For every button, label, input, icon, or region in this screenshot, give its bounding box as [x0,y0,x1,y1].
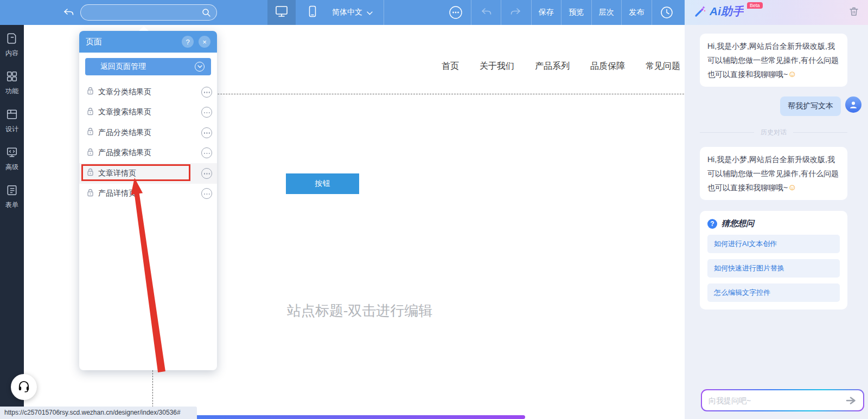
nav-item-faq[interactable]: 常见问题 [646,61,680,72]
search-icon[interactable] [202,8,211,20]
send-icon[interactable] [846,396,857,405]
sidebar-item-design[interactable]: 设计 [5,108,18,134]
bot-message-text: Hi,我是小梦,网站后台全新升级改版,我可以辅助您做一些常见操作,有什么问题也可… [707,42,839,79]
beta-badge: Beta [747,2,763,9]
ai-question-input[interactable] [709,396,846,405]
nav-item-quality[interactable]: 品质保障 [590,61,625,72]
nav-item-home[interactable]: 首页 [442,61,459,72]
sidebar-label: 内容 [5,49,18,58]
toolbar-separator [384,0,384,25]
layout-icon [6,108,18,122]
page-row-product-detail[interactable]: 产品详情页 [79,184,217,204]
preview-button[interactable]: 预览 [561,0,591,25]
question-icon: ? [707,219,717,229]
content-icon [6,33,18,46]
code-monitor-icon [6,146,18,160]
user-avatar [845,96,861,113]
bot-message-history: Hi,我是小梦,网站后台全新升级改版,我可以辅助您做一些常见操作,有什么问题也可… [700,147,847,200]
sidebar-label: 表单 [5,201,18,210]
sidebar-label: 高级 [5,163,18,172]
canvas-button-widget[interactable]: 按钮 [286,173,359,194]
history-button[interactable] [652,0,682,25]
collapse-chevron-icon[interactable] [195,62,205,72]
help-icon[interactable]: ? [182,36,194,48]
close-icon[interactable]: × [199,36,210,48]
suggestions-title: 猜您想问 [722,218,754,229]
bot-message: Hi,我是小梦,网站后台全新升级改版,我可以辅助您做一些常见操作,有什么问题也可… [700,34,847,87]
sidebar-item-advanced[interactable]: 高级 [5,146,18,172]
row-more-icon[interactable] [201,107,212,118]
page-row-article-search[interactable]: 文章搜索结果页 [79,102,217,123]
clear-chat-icon[interactable] [848,6,859,19]
sidebar-label: 设计 [5,125,18,134]
row-more-icon[interactable] [201,127,212,138]
pages-panel-header: 页面 ? × [79,31,217,53]
left-sidebar: 内容 功能 设计 高级 表单 [0,25,24,419]
row-more-icon[interactable] [201,168,212,179]
page-label: 产品搜索结果页 [98,148,201,158]
lock-icon [87,127,94,138]
page-label: 文章搜索结果页 [98,107,201,117]
page-row-product-category[interactable]: 产品分类结果页 [79,123,217,143]
page-row-product-search[interactable]: 产品搜索结果页 [79,143,217,164]
save-button[interactable]: 保存 [531,0,561,25]
suggestion-edit-text[interactable]: 怎么编辑文字控件 [707,283,840,302]
toolbar-actions: 保存 预览 层次 发布 [441,0,681,25]
pages-panel: 页面 ? × 返回页面管理 文章分类结果页 文章搜索结果页 产品分类结果页 产品… [79,31,217,370]
back-to-page-manager-button[interactable]: 返回页面管理 [85,58,211,75]
history-divider-label: 历史对话 [761,128,787,137]
row-more-icon[interactable] [201,188,212,199]
suggestion-ai-writing[interactable]: 如何进行AI文本创作 [707,235,840,253]
form-icon [6,184,18,198]
grid-icon [6,70,18,84]
ai-assistant-panel: Ai助手 Beta Hi,我是小梦,网站后台全新升级改版,我可以辅助您做一些常见… [685,0,868,419]
desktop-icon [275,5,289,20]
panel-arrow-notch [139,26,149,31]
publish-button[interactable]: 发布 [621,0,652,25]
ai-title: Ai助手 [710,4,744,18]
back-icon[interactable] [63,7,74,18]
redo-button[interactable] [501,0,531,25]
row-more-icon[interactable] [201,147,212,158]
lock-icon [87,87,94,97]
row-more-icon[interactable] [201,87,212,98]
nav-item-about[interactable]: 关于我们 [480,61,514,72]
sidebar-item-forms[interactable]: 表单 [5,184,18,210]
desktop-view-button[interactable] [267,0,296,25]
sidebar-label: 功能 [5,87,18,96]
page-label: 文章分类结果页 [98,87,201,97]
page-row-article-detail[interactable]: 文章详情页 [79,163,217,184]
page-label: 产品详情页 [98,189,201,198]
suggestions-title-row: ? 猜您想问 [707,218,840,229]
user-message-row: 帮我扩写文本 [700,96,861,116]
sidebar-item-content[interactable]: 内容 [5,33,18,58]
user-message: 帮我扩写文本 [780,96,841,116]
magic-wand-icon [693,4,706,21]
ai-logo: Ai助手 Beta [693,4,848,21]
language-selector[interactable]: 简体中文 [332,0,373,25]
top-toolbar: 简体中文 保存 预览 层次 发布 [0,0,685,25]
ai-chat-area: Hi,我是小梦,网站后台全新升级改版,我可以辅助您做一些常见操作,有什么问题也可… [685,25,868,383]
chevron-down-icon [367,8,373,17]
support-headset-button[interactable] [11,374,37,400]
smiley-emoji: ☺ [788,183,796,192]
history-divider: 历史对话 [700,128,847,137]
headset-icon [17,379,31,395]
lock-icon [87,148,94,158]
undo-button[interactable] [471,0,501,25]
site-nav: 首页 关于我们 产品系列 品质保障 常见问题 登 [442,61,710,72]
ai-panel-header: Ai助手 Beta [685,0,868,25]
bottom-gradient-bar [189,415,525,419]
layers-button[interactable]: 层次 [591,0,622,25]
search-input[interactable] [88,5,197,20]
page-row-article-category[interactable]: 文章分类结果页 [79,82,217,102]
ai-input-container [701,389,864,411]
nav-item-products[interactable]: 产品系列 [535,61,570,72]
sidebar-item-features[interactable]: 功能 [5,70,18,96]
more-options-button[interactable] [441,0,471,25]
mobile-view-button[interactable] [298,0,327,25]
site-title-placeholder[interactable]: 站点标题-双击进行编辑 [284,301,435,320]
suggestion-image-replace[interactable]: 如何快速进行图片替换 [707,259,840,278]
page-list: 文章分类结果页 文章搜索结果页 产品分类结果页 产品搜索结果页 文章详情页 产品… [79,82,217,204]
guide-line-horizontal [152,94,709,94]
